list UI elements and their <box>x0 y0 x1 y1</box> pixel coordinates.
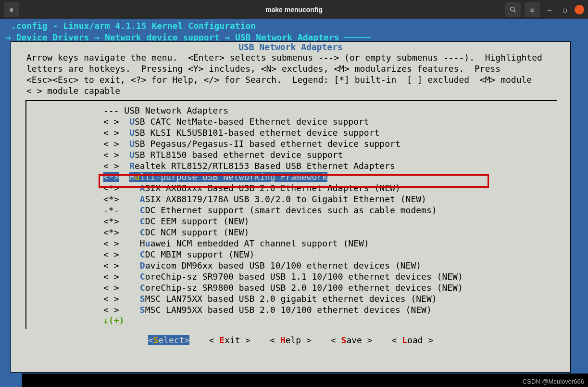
menu-item-7[interactable]: <*> ASIX AX88xxx Based USB 2.0 Ethernet … <box>31 182 557 194</box>
svg-point-0 <box>511 7 514 11</box>
maximize-button[interactable]: ▢ <box>559 2 571 17</box>
dialog-button-save[interactable]: < Save > <box>331 335 373 345</box>
minimize-button[interactable]: — <box>544 2 555 17</box>
menu-item-15[interactable]: < > CoreChip-sz SR9700 based USB 1.1 10/… <box>31 271 557 282</box>
menu-item-16[interactable]: < > CoreChip-sz SR9800 based USB 2.0 10/… <box>31 282 557 293</box>
menu-item-4[interactable]: < > USB RTL8150 based ethernet device su… <box>31 149 557 160</box>
menu-item-18[interactable]: < > SMSC LAN95XX based USB 2.0 10/100 et… <box>31 304 557 315</box>
menu-list[interactable]: --- USB Network Adapters< > USB CATC Net… <box>25 100 557 329</box>
svg-line-1 <box>514 11 516 13</box>
dialog-button-select[interactable]: <Select> <box>148 335 190 345</box>
menu-item-17[interactable]: < > SMSC LAN75XX based USB 2.0 gigabit e… <box>31 293 557 304</box>
dialog-button-exit[interactable]: < Exit > <box>209 335 250 345</box>
menu-item-8[interactable]: <*> ASIX AX88179/178A USB 3.0/2.0 to Gig… <box>31 194 557 205</box>
window-title: make menuconfig <box>265 6 323 13</box>
bottom-border <box>22 374 588 387</box>
new-tab-icon[interactable]: ⊕ <box>4 2 19 17</box>
close-button[interactable] <box>575 5 584 14</box>
menu-item-10[interactable]: <*> CDC EEM support (NEW) <box>31 216 557 227</box>
menu-item-1[interactable]: < > USB CATC NetMate-based Ethernet devi… <box>31 116 557 127</box>
dialog-button-load[interactable]: < Load > <box>392 335 434 345</box>
instructions-text: Arrow keys navigate the menu. <Enter> se… <box>11 52 570 98</box>
menu-item-2[interactable]: < > USB KLSI KL5USB101-based ethernet de… <box>31 127 557 138</box>
dialog-button-help[interactable]: < Help > <box>270 335 312 345</box>
search-icon[interactable] <box>505 2 521 17</box>
config-header: .config - Linux/arm 4.1.15 Kernel Config… <box>0 19 588 31</box>
dialog-title: USB Network Adapters <box>11 42 570 52</box>
menu-item-11[interactable]: <*> CDC NCM support (NEW) <box>31 227 557 238</box>
menu-item-5[interactable]: < > Realtek RTL8152/RTL8153 Based USB Et… <box>31 160 557 171</box>
button-bar: <Select>< Exit >< Help >< Save >< Load > <box>11 332 570 350</box>
breadcrumb: → Device Drivers → Network device suppor… <box>0 31 588 42</box>
menu-item-9[interactable]: -*- CDC Ethernet support (smart devices … <box>31 205 557 216</box>
scroll-indicator: ↓(+) <box>31 315 557 325</box>
menu-item-0[interactable]: --- USB Network Adapters <box>31 105 557 116</box>
terminal-area: .config - Linux/arm 4.1.15 Kernel Config… <box>0 19 588 387</box>
menu-item-13[interactable]: < > CDC MBIM support (NEW) <box>31 249 557 260</box>
menu-icon[interactable]: ≡ <box>525 2 540 17</box>
dialog-box: USB Network Adapters Arrow keys navigate… <box>11 41 571 373</box>
watermark-text: CSDN @Mculover666 <box>523 378 584 385</box>
menu-item-14[interactable]: < > Davicom DM96xx based USB 10/100 ethe… <box>31 260 557 271</box>
menu-item-12[interactable]: < > Huawei NCM embedded AT channel suppo… <box>31 238 557 249</box>
menu-item-6[interactable]: <*> Multi-purpose USB Networking Framewo… <box>31 171 557 182</box>
menu-item-3[interactable]: < > USB Pegasus/Pegasus-II based etherne… <box>31 138 557 149</box>
titlebar: ⊕ make menuconfig ≡ — ▢ <box>0 0 588 19</box>
